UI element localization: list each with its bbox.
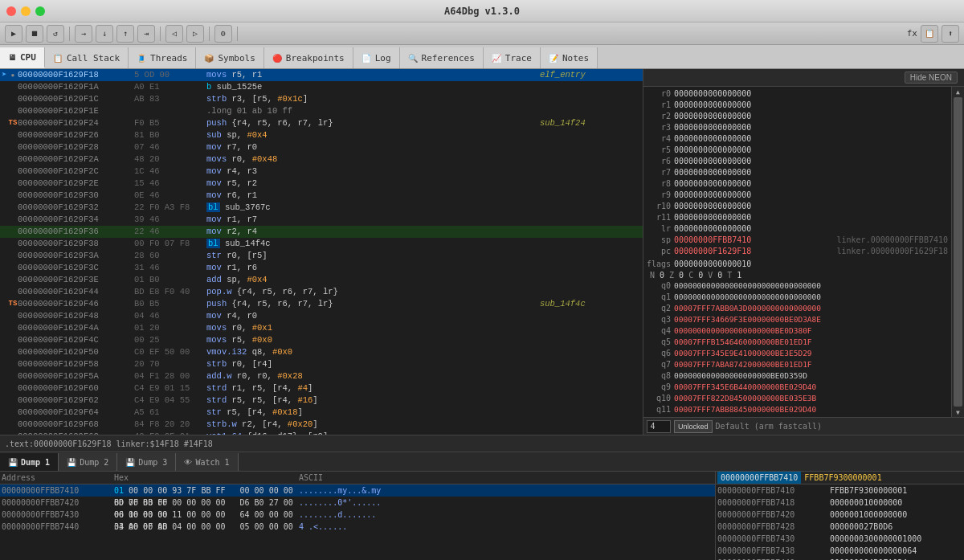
reg-scrollbar[interactable]: ▲ ▼ (951, 87, 964, 417)
watch-row[interactable]: 00000000FFBB7418 000000010000000 (716, 497, 964, 509)
tab-symbols[interactable]: 📦 Symbols (196, 47, 263, 68)
asm-row[interactable]: 00000000F1629F44 BD E8 F0 40 pop.w {r4, … (0, 286, 643, 298)
asm-row[interactable]: 00000000F1629F2E 15 46 mov r5, r2 (0, 178, 643, 190)
asm-row[interactable]: 00000000F1629F36 22 46 mov r2, r4 (0, 226, 643, 238)
asm-row[interactable]: TS 00000000F1629F46 B0 B5 push {r4, r5, … (0, 298, 643, 310)
asm-row[interactable]: 00000000F1629F3C 31 46 mov r1, r6 (0, 262, 643, 274)
tab-references[interactable]: 🔍 References (400, 47, 484, 68)
bp-indicator[interactable] (8, 419, 18, 431)
bp-indicator[interactable] (8, 370, 18, 382)
bp-indicator[interactable] (8, 274, 18, 286)
bp-indicator[interactable] (8, 382, 18, 394)
hide-neon-button[interactable]: Hide NEON (905, 72, 958, 84)
tab-notes[interactable]: 📝 Notes (541, 47, 598, 68)
tab-breakpoints[interactable]: 🔴 Breakpoints (264, 47, 353, 68)
asm-row[interactable]: 00000000F1629F26 81 B0 sub sp, #0x4 (0, 129, 643, 141)
asm-row[interactable]: 00000000F1629F5A 04 F1 28 00 add.w r0, r… (0, 370, 643, 382)
bp-indicator[interactable] (8, 286, 18, 298)
bp-indicator[interactable] (8, 226, 18, 238)
tab-callstack[interactable]: 📋 Call Stack (45, 47, 129, 68)
toolbar-back[interactable]: ◁ (165, 25, 183, 43)
watch-row[interactable]: 00000000FFBB7428 000000027B0D6 (716, 521, 964, 533)
maximize-button[interactable] (35, 6, 45, 16)
bp-indicator[interactable] (8, 322, 18, 334)
toolbar-restart[interactable]: ↺ (47, 25, 64, 43)
asm-row[interactable]: 00000000F1629F3E 01 B0 add sp, #0x4 (0, 274, 643, 286)
bp-indicator[interactable] (8, 310, 18, 322)
asm-row[interactable]: 00000000F1629F2A 48 20 movs r0, #0x48 (0, 153, 643, 166)
bp-indicator[interactable] (8, 93, 18, 105)
tab-threads[interactable]: 🧵 Threads (129, 47, 196, 68)
bp-indicator[interactable] (8, 250, 18, 262)
asm-row[interactable]: 00000000F1629F1A A0 E1 b sub_1525e (0, 81, 643, 93)
bp-indicator[interactable] (8, 153, 18, 166)
dump-tab-2[interactable]: 💾 Dump 2 (59, 453, 117, 471)
asm-row[interactable]: 00000000F1629F48 04 46 mov r4, r0 (0, 310, 643, 322)
asm-row[interactable]: 00000000F1629F62 C4 E9 04 55 strd r5, r5… (0, 394, 643, 407)
toolbar-step-in[interactable]: ↓ (96, 25, 113, 43)
asm-row[interactable]: 00000000F1629F3A 28 60 str r0, [r5] (0, 250, 643, 262)
panel-number-input[interactable] (647, 420, 671, 433)
dump-tab-3[interactable]: 💾 Dump 3 (117, 453, 176, 471)
asm-row[interactable]: 00000000F1629F50 C0 EF 50 00 vmov.i32 q8… (0, 346, 643, 358)
asm-row[interactable]: TS 00000000F1629F24 F0 B5 push {r4, r5, … (0, 117, 643, 129)
bp-indicator[interactable] (8, 394, 18, 407)
dump-tab-1[interactable]: 💾 Dump 1 (0, 453, 59, 471)
toolbar-run-to[interactable]: ⇥ (137, 25, 155, 43)
bp-indicator[interactable]: ● (8, 69, 18, 81)
bp-indicator[interactable] (8, 238, 18, 250)
toolbar-forward[interactable]: ▷ (186, 25, 204, 43)
toolbar-settings[interactable]: ⚙ (214, 25, 232, 43)
asm-row[interactable]: 00000000F1629F34 39 46 mov r1, r7 (0, 214, 643, 226)
asm-row[interactable]: 00000000F1629F1C AB 83 strb r3, [r5, #0x… (0, 93, 643, 105)
toolbar-export[interactable]: ⬆ (942, 25, 959, 43)
bp-indicator[interactable] (8, 202, 18, 214)
bp-indicator[interactable] (8, 431, 18, 435)
asm-row[interactable]: 00000000F1629F64 A5 61 str r5, [r4, #0x1… (0, 407, 643, 419)
bp-indicator[interactable] (8, 166, 18, 178)
asm-row[interactable]: 00000000F1629F1E .long 01 ab 10 ff (0, 105, 643, 117)
scroll-down[interactable]: ▼ (952, 407, 964, 417)
watch-row[interactable]: 00000000FFBB7420 0000001000000000 (716, 509, 964, 521)
bp-indicator[interactable] (8, 81, 18, 93)
asm-row[interactable]: 00000000F1629F4A 01 20 movs r0, #0x1 (0, 322, 643, 334)
toolbar-evaluate[interactable]: 📋 (921, 25, 938, 43)
bp-indicator[interactable] (8, 358, 18, 370)
bp-indicator[interactable] (8, 262, 18, 274)
asm-row[interactable]: 00000000F1629F38 00 F0 07 F8 bl sub_14f4… (0, 238, 643, 250)
toolbar-run[interactable]: ▶ (5, 25, 22, 43)
close-button[interactable] (6, 6, 16, 16)
dump-row[interactable]: 00000000FFBB7410 01 00 00 00 93 7F BB FF… (0, 484, 715, 497)
bp-indicator[interactable] (8, 407, 18, 419)
asm-row[interactable]: 00000000F1629F4C 00 25 movs r5, #0x0 (0, 334, 643, 346)
bp-indicator[interactable] (8, 141, 18, 153)
asm-row[interactable]: ➤ ● 00000000F1629F18 5 OD 00 movs r5, r1… (0, 69, 643, 81)
asm-content[interactable]: ➤ ● 00000000F1629F18 5 OD 00 movs r5, r1… (0, 69, 643, 435)
toolbar-stop[interactable]: ⏹ (26, 25, 43, 43)
dump-row[interactable]: 00000000FFBB7430 00 10 00 00 11 00 00 00… (0, 509, 715, 521)
watch-row[interactable]: 00000000FFBB7440 000000004B0FA034 (716, 557, 964, 560)
asm-row[interactable]: 00000000F1629F68 84 F8 20 20 strb.w r2, … (0, 419, 643, 431)
bp-indicator[interactable] (8, 214, 18, 226)
asm-row[interactable]: 00000000F1629F32 22 F0 A3 F8 bl sub_3767… (0, 202, 643, 214)
bp-indicator[interactable]: TS (8, 298, 18, 310)
asm-row[interactable]: 00000000F1629F58 20 70 strb r0, [r4] (0, 358, 643, 370)
toolbar-step-out[interactable]: ↑ (116, 25, 134, 43)
bp-indicator[interactable] (8, 105, 18, 117)
dump-tab-watch1[interactable]: 👁 Watch 1 (176, 453, 238, 471)
asm-row[interactable]: 00000000F1629F2C 1C 46 mov r4, r3 (0, 166, 643, 178)
bp-indicator[interactable] (8, 129, 18, 141)
dump-row[interactable]: 00000000FFBB7440 34 A0 0F AB 04 00 00 00… (0, 521, 715, 533)
asm-row[interactable]: 00000000F1629F6C 40 F9 CF 0A vst1.64 {d1… (0, 431, 643, 435)
tab-log[interactable]: 📄 Log (353, 47, 400, 68)
dump-row[interactable]: 00000000FFBB7420 00 00 00 00 00 00 00 00… (0, 497, 715, 509)
scroll-up[interactable]: ▲ (952, 87, 964, 96)
window-controls[interactable] (6, 6, 45, 16)
watch-row[interactable]: 00000000FFBB7410 FFBB7F9300000001 (716, 484, 964, 497)
watch-row[interactable]: 00000000FFBB7430 0000000300000001000 (716, 533, 964, 545)
minimize-button[interactable] (21, 6, 31, 16)
bp-indicator[interactable] (8, 334, 18, 346)
bp-indicator[interactable] (8, 346, 18, 358)
watch-row[interactable]: 00000000FFBB7438 000000000000000064 (716, 545, 964, 557)
unlocked-button[interactable]: Unlocked (674, 420, 713, 433)
